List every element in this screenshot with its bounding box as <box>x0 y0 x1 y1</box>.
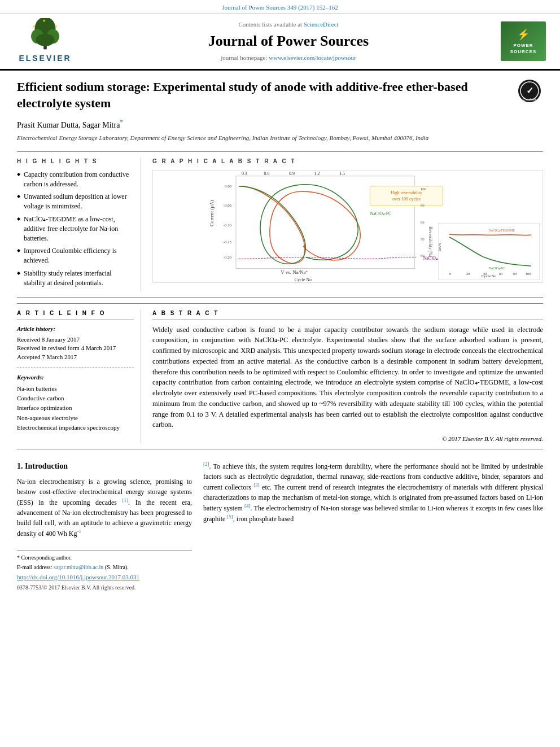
title-authors-block: Efficient sodium storage: Experimental s… <box>17 79 512 151</box>
highlight-item: NaClO₄-TEGDME as a low-cost, additive fr… <box>17 215 134 243</box>
homepage-link[interactable]: www.elsevier.com/locate/jpowsour <box>269 54 356 61</box>
science-direct-link[interactable]: ScienceDirect <box>304 21 339 28</box>
svg-text:V vs. Na/Na⁺: V vs. Na/Na⁺ <box>281 269 308 275</box>
accepted-date: Accepted 7 March 2017 <box>17 353 134 361</box>
info-abstract-section: A R T I C L E I N F O Article history: R… <box>17 303 543 444</box>
journal-reference: Journal of Power Sources 349 (2017) 152–… <box>0 0 560 14</box>
keyword-item: Non-aqueous electrolyte <box>17 414 134 422</box>
abstract-text: Widely used conductive carbon is found t… <box>152 325 543 431</box>
power-sources-badge: ⚡ POWER SOURCES <box>501 21 546 61</box>
introduction-section: 1. Introduction Na-ion electrochemistry … <box>17 455 543 592</box>
elsevier-tree-icon: ★ ★ ★ <box>20 18 71 52</box>
svg-text:NaClO₄-PC: NaClO₄-PC <box>370 211 392 216</box>
svg-text:70: 70 <box>421 237 425 241</box>
issn-text: 0378-7753/© 2017 Elsevier B.V. All right… <box>17 584 192 592</box>
article-history: Article history: Received 8 January 2017… <box>17 325 134 368</box>
affiliation: Electrochemical Energy Storage Laborator… <box>17 134 512 142</box>
journal-header: ★ ★ ★ ELSEVIER Contents lists available … <box>0 14 560 71</box>
svg-text:over 100 cycles: over 100 cycles <box>392 196 421 202</box>
highlight-item: Improved Coulombic efficiency is achieve… <box>17 246 134 265</box>
copyright: © 2017 Elsevier B.V. All rights reserved… <box>152 435 543 443</box>
svg-text:0.6: 0.6 <box>264 171 270 176</box>
elsevier-text: ELSEVIER <box>19 53 71 64</box>
svg-text:Reversibility (%): Reversibility (%) <box>428 226 433 257</box>
svg-text:★: ★ <box>32 24 36 29</box>
svg-text:Rev%: Rev% <box>438 243 441 251</box>
homepage-info: journal homepage: www.elsevier.com/locat… <box>85 54 492 62</box>
svg-text:High reversibility: High reversibility <box>391 190 422 195</box>
graphical-abstract-chart: 0.3 0.6 0.9 1.2 1.5 V vs. Na/Na⁺ Current… <box>152 170 543 283</box>
graphical-abstract-label: G R A P H I C A L A B S T R A C T <box>152 158 543 165</box>
highlights-list: Capacity contribution from conductive ca… <box>17 170 134 288</box>
revised-date: Received in revised form 4 March 2017 <box>17 344 134 352</box>
abstract-label: A B S T R A C T <box>152 309 543 320</box>
highlights-label: H I G H L I G H T S <box>17 158 134 165</box>
intro-left-column: 1. Introduction Na-ion electrochemistry … <box>17 461 192 592</box>
highlights-graphical-section: H I G H L I G H T S Capacity contributio… <box>17 151 543 298</box>
keywords-label: Keywords: <box>17 373 134 382</box>
authors: Prasit Kumar Dutta, Sagar Mitra* <box>17 118 512 130</box>
article-info-column: A R T I C L E I N F O Article history: R… <box>17 309 141 444</box>
intro-paragraph-1: Na-ion electrochemistry is a growing sci… <box>17 477 192 539</box>
svg-text:★: ★ <box>54 24 58 29</box>
corresponding-note: * Corresponding author. <box>17 554 192 562</box>
svg-text:0: 0 <box>449 272 451 276</box>
abstract-column: A B S T R A C T Widely used conductive c… <box>150 309 543 444</box>
svg-text:✓: ✓ <box>526 86 533 95</box>
keyword-item: Na-ion batteries <box>17 385 134 393</box>
article-content: Efficient sodium storage: Experimental s… <box>0 71 560 600</box>
svg-text:-0.10: -0.10 <box>224 223 232 227</box>
keyword-item: Conductive carbon <box>17 394 134 403</box>
email-note: E-mail address: sagar.mitra@iitb.ac.in (… <box>17 563 192 571</box>
svg-text:★: ★ <box>42 19 46 24</box>
elsevier-logo: ★ ★ ★ ELSEVIER <box>11 18 79 64</box>
footnote-section: * Corresponding author. E-mail address: … <box>17 550 192 571</box>
svg-text:1.2: 1.2 <box>314 171 320 176</box>
svg-text:100: 100 <box>526 272 531 276</box>
svg-text:NaClO₄-TEGDME: NaClO₄-TEGDME <box>489 229 515 232</box>
power-sources-logo: ⚡ POWER SOURCES <box>498 21 549 61</box>
section-divider <box>17 449 543 449</box>
svg-text:80: 80 <box>421 220 425 224</box>
graphical-abstract-column: G R A P H I C A L A B S T R A C T 0.3 0.… <box>150 158 543 291</box>
doi-link[interactable]: http://dx.doi.org/10.1016/j.jpowsour.201… <box>17 573 192 582</box>
svg-text:NaClO₄-PC: NaClO₄-PC <box>489 267 505 270</box>
svg-text:1.5: 1.5 <box>339 171 345 176</box>
highlight-item: Capacity contribution from conductive ca… <box>17 170 134 189</box>
svg-text:40: 40 <box>483 272 487 276</box>
intro-right-column: [2]. To achieve this, the system require… <box>203 461 543 592</box>
crossmark-icon: ✓ CrossMark <box>518 79 541 103</box>
svg-text:80: 80 <box>513 272 517 276</box>
keywords-list: Na-ion batteries Conductive carbon Inter… <box>17 385 134 433</box>
svg-text:60: 60 <box>499 272 502 276</box>
article-info-label: A R T I C L E I N F O <box>17 309 134 320</box>
intro-section-title: 1. Introduction <box>17 461 192 472</box>
svg-text:-0.05: -0.05 <box>224 203 232 207</box>
science-direct-info: Contents lists available at ScienceDirec… <box>85 20 492 29</box>
email-link[interactable]: sagar.mitra@iitb.ac.in <box>54 564 103 570</box>
crossmark-block: ✓ CrossMark <box>518 79 543 104</box>
journal-center: Contents lists available at ScienceDirec… <box>85 20 492 63</box>
journal-title: Journal of Power Sources <box>85 31 492 51</box>
svg-text:Cycle No: Cycle No <box>295 277 312 282</box>
svg-text:20: 20 <box>466 272 470 276</box>
svg-text:CrossMark: CrossMark <box>523 98 537 101</box>
highlights-column: H I G H L I G H T S Capacity contributio… <box>17 158 141 291</box>
svg-text:90: 90 <box>421 203 425 207</box>
svg-text:-0.15: -0.15 <box>224 240 232 244</box>
svg-text:0.3: 0.3 <box>242 171 247 176</box>
svg-text:0.9: 0.9 <box>289 171 295 176</box>
svg-text:60: 60 <box>421 254 425 257</box>
svg-text:0.00: 0.00 <box>225 184 232 188</box>
bolt-icon: ⚡ <box>517 28 530 42</box>
received-date: Received 8 January 2017 <box>17 335 134 344</box>
svg-rect-29 <box>370 186 443 206</box>
article-title: Efficient sodium storage: Experimental s… <box>17 79 512 111</box>
keyword-item: Electrochemical impedance spectroscopy <box>17 423 134 432</box>
svg-point-4 <box>36 34 54 46</box>
svg-text:100: 100 <box>421 186 427 190</box>
title-row: Efficient sodium storage: Experimental s… <box>17 79 543 151</box>
cycle-chart-inset: Cycle No Rev% 0 20 40 60 80 100 <box>438 223 540 279</box>
svg-text:Current (μA): Current (μA) <box>209 200 215 226</box>
svg-text:-0.20: -0.20 <box>224 255 232 259</box>
